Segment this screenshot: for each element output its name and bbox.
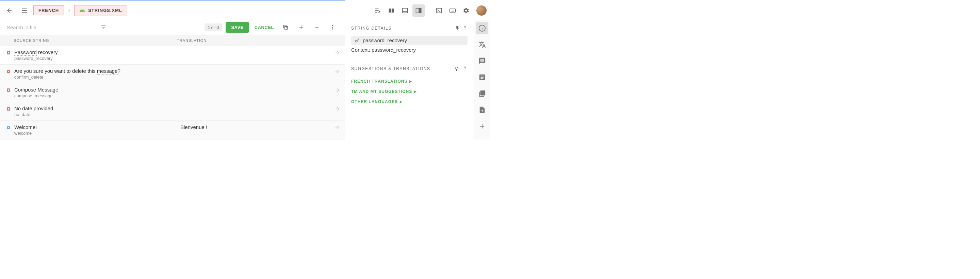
translation-text [180, 87, 331, 98]
column-source-header: SOURCE STRING [0, 38, 177, 43]
status-dot [7, 107, 10, 111]
translation-text [180, 68, 331, 80]
svg-rect-11 [419, 8, 421, 13]
suggestion-link[interactable]: FRENCH TRANSLATIONS▶ [345, 76, 474, 86]
pin-icon[interactable] [454, 25, 461, 32]
svg-point-35 [336, 127, 336, 128]
chevron-down-icon[interactable]: ▼ [463, 65, 468, 72]
view-bottom-icon[interactable] [399, 5, 411, 17]
row-action-icon[interactable] [331, 87, 345, 98]
menu-button[interactable] [18, 5, 30, 17]
row-action-icon[interactable] [331, 68, 345, 80]
keyboard-icon[interactable] [447, 5, 459, 17]
svg-point-30 [332, 29, 333, 30]
source-text: Are you sure you want to delete this mes… [14, 68, 180, 74]
copy-icon[interactable] [279, 21, 292, 33]
add-icon[interactable] [476, 120, 488, 132]
details-title: STRING DETAILS [351, 26, 392, 30]
table-row[interactable]: No date providedno_date [0, 102, 345, 121]
android-icon [79, 8, 86, 14]
row-action-icon[interactable] [331, 105, 345, 117]
svg-rect-7 [392, 8, 394, 13]
svg-point-32 [336, 71, 336, 72]
edit-list-icon[interactable] [372, 5, 384, 17]
count-badge: 17 · 0 [205, 24, 223, 31]
string-key-value: password_recovery [363, 37, 407, 43]
breadcrumb-language-label: FRENCH [38, 8, 59, 13]
chevron-down-icon[interactable]: ▼ [463, 25, 468, 32]
terminal-icon[interactable] [433, 5, 445, 17]
source-text: No date provided [14, 105, 180, 111]
svg-point-34 [336, 108, 336, 109]
breadcrumb-language[interactable]: FRENCH [33, 5, 64, 15]
source-text: Welcome! [14, 124, 180, 130]
more-icon[interactable] [326, 21, 339, 33]
file-add-icon[interactable] [476, 104, 488, 116]
chevron-right-icon: › [67, 7, 72, 14]
svg-point-31 [336, 53, 336, 53]
view-side-icon[interactable] [412, 5, 425, 17]
table-row[interactable]: Are you sure you want to delete this mes… [0, 65, 345, 83]
translation-text: Bienvenue ! [180, 124, 331, 136]
library-icon[interactable] [476, 88, 488, 100]
status-dot [7, 126, 10, 129]
svg-rect-14 [450, 9, 456, 12]
info-icon[interactable] [476, 22, 488, 34]
breadcrumb-file[interactable]: STRINGS.XML [74, 5, 127, 16]
svg-rect-8 [402, 8, 408, 13]
cancel-button[interactable]: CANCEL [253, 22, 276, 33]
row-action-icon[interactable] [331, 124, 345, 136]
comment-icon[interactable] [476, 55, 488, 67]
chevron-right-icon: ▶ [409, 80, 412, 83]
column-translation-header: TRANSLATION [177, 38, 345, 43]
translation-text [180, 105, 331, 117]
back-button[interactable] [3, 5, 16, 17]
source-key: no_date [14, 112, 180, 117]
row-action-icon[interactable] [331, 49, 345, 61]
suggestion-link[interactable]: OTHER LANGUAGES▶ [345, 97, 474, 107]
svg-rect-6 [389, 8, 391, 13]
source-key: welcome [14, 131, 180, 136]
svg-rect-12 [437, 8, 442, 13]
avatar[interactable] [476, 5, 487, 16]
source-text: Password recovery [14, 49, 180, 55]
plus-icon[interactable] [295, 21, 307, 33]
minus-icon[interactable] [311, 21, 323, 33]
chevron-right-icon: ▶ [414, 90, 417, 93]
notes-icon[interactable] [476, 71, 488, 83]
suggestions-title: SUGGESTIONS & TRANSLATIONS [351, 66, 430, 71]
pin-outline-icon[interactable] [453, 65, 460, 72]
translate-icon[interactable] [476, 38, 488, 51]
chevron-right-icon: ▶ [400, 100, 402, 104]
key-icon [355, 38, 360, 43]
svg-point-29 [332, 27, 333, 28]
view-columns-icon[interactable] [385, 5, 398, 17]
source-key: password_recovery [14, 56, 180, 61]
source-key: confirm_delete [14, 75, 180, 80]
table-row[interactable]: Welcome!welcomeBienvenue ! [0, 121, 345, 139]
suggestion-link[interactable]: TM AND MT SUGGESTIONS▶ [345, 86, 474, 97]
status-dot [7, 51, 10, 54]
svg-line-38 [358, 39, 359, 40]
svg-point-33 [336, 90, 336, 90]
string-key-chip: password_recovery [351, 36, 468, 45]
breadcrumb-file-label: STRINGS.XML [88, 8, 122, 13]
table-row[interactable]: Password recoverypassword_recovery [0, 46, 345, 65]
svg-point-36 [356, 40, 357, 42]
gear-icon[interactable] [460, 5, 472, 17]
status-dot [7, 88, 10, 92]
string-context: Context: password_recovery [345, 47, 474, 59]
save-button[interactable]: SAVE [226, 22, 249, 33]
filter-icon[interactable] [98, 21, 109, 33]
svg-point-28 [332, 25, 333, 26]
table-row[interactable]: Compose Messagecompose_message [0, 83, 345, 102]
translation-text [180, 49, 331, 61]
source-text: Compose Message [14, 87, 180, 92]
status-dot [7, 70, 10, 73]
search-input[interactable] [7, 24, 98, 30]
source-key: compose_message [14, 93, 180, 98]
